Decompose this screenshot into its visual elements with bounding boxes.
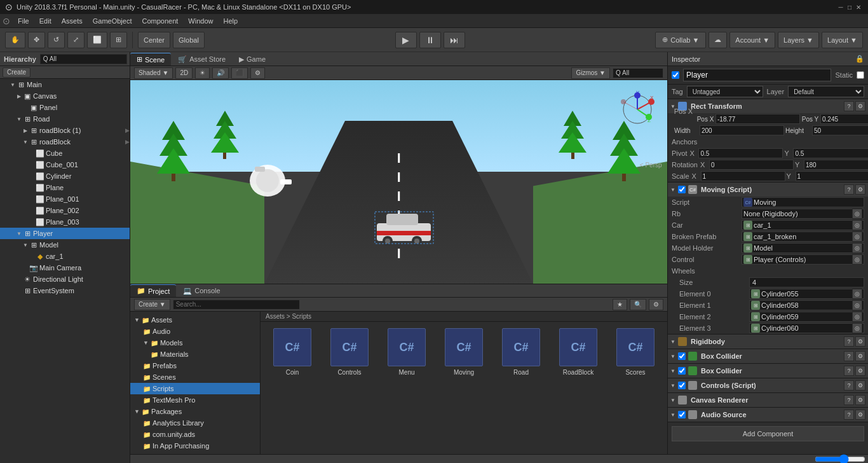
step-button[interactable]: ⏭ bbox=[444, 32, 465, 48]
collab-button[interactable]: ⊕ Collab ▼ bbox=[655, 32, 706, 48]
rb-circle-btn[interactable]: ◎ bbox=[852, 209, 862, 219]
tab-project[interactable]: 📁 Project bbox=[130, 284, 176, 297]
project-tree-models[interactable]: ▼ 📁 Models bbox=[130, 337, 260, 349]
scene-viewport[interactable]: < Persp X Y bbox=[130, 80, 667, 284]
scalex-input[interactable] bbox=[701, 171, 785, 181]
hierarchy-item-canvas[interactable]: ▶ ▣ Canvas bbox=[0, 90, 130, 102]
project-create-button[interactable]: Create ▼ bbox=[134, 299, 170, 310]
rect-settings-btn[interactable]: ⚙ bbox=[855, 101, 865, 111]
box-collider-1-header[interactable]: ▼ Box Collider ? ⚙ bbox=[668, 349, 868, 363]
minimize-button[interactable]: ─ bbox=[836, 3, 845, 11]
add-component-button[interactable]: Add Component bbox=[672, 426, 864, 441]
el3-circle-btn[interactable]: ◎ bbox=[852, 323, 862, 333]
bc2-settings-btn[interactable]: ⚙ bbox=[855, 366, 865, 376]
audio-source-header[interactable]: ▼ Audio Source ? ⚙ bbox=[668, 408, 868, 422]
project-tree-assets[interactable]: ▼ 📁 Assets bbox=[130, 314, 260, 326]
project-tree-analytics[interactable]: 📁 Analytics Library bbox=[130, 417, 260, 429]
audio-enabled-checkbox[interactable] bbox=[678, 411, 686, 418]
shaded-dropdown[interactable]: Shaded ▼ bbox=[134, 67, 173, 79]
hierarchy-item-panel[interactable]: ▣ Panel bbox=[0, 102, 130, 113]
moving-script-header[interactable]: ▼ C# Moving (Script) ? ⚙ bbox=[668, 183, 868, 197]
controls-script-header[interactable]: ▼ Controls (Script) ? ⚙ bbox=[668, 378, 868, 392]
roty-input[interactable] bbox=[804, 160, 868, 170]
rigidbody-header[interactable]: ▼ Rigidbody ? ⚙ bbox=[668, 335, 868, 349]
object-name-input[interactable] bbox=[683, 69, 831, 81]
asset-coin[interactable]: C# Coin bbox=[267, 328, 318, 376]
hierarchy-item-main[interactable]: ▼ ⊞ Main bbox=[0, 79, 130, 90]
hierarchy-item-cylinder[interactable]: ⬜ Cylinder bbox=[0, 170, 130, 182]
project-tree-packages[interactable]: ▼ 📁 Packages bbox=[130, 406, 260, 417]
audio-settings-btn[interactable]: ⚙ bbox=[855, 410, 865, 420]
audio-help-btn[interactable]: ? bbox=[844, 410, 854, 420]
tag-select[interactable]: Untagged bbox=[687, 86, 763, 97]
project-fav-btn[interactable]: ★ bbox=[613, 299, 627, 310]
menu-component[interactable]: Component bbox=[137, 16, 183, 26]
roadblock1-arrow[interactable]: ▶ bbox=[125, 127, 130, 134]
hierarchy-item-maincamera[interactable]: 📷 Main Camera bbox=[0, 262, 130, 273]
hierarchy-item-roadblock1[interactable]: ▶ ⊞ roadBlock (1) ▶ bbox=[0, 125, 130, 136]
asset-moving[interactable]: C# Moving bbox=[438, 328, 489, 376]
menu-gameobject[interactable]: GameObject bbox=[88, 16, 137, 26]
play-button[interactable]: ▶ bbox=[395, 32, 417, 48]
height-input[interactable] bbox=[812, 125, 868, 135]
hierarchy-item-dirlight[interactable]: ☀ Directional Light bbox=[0, 273, 130, 285]
pause-button[interactable]: ⏸ bbox=[419, 32, 441, 48]
project-search-btn[interactable]: 🔍 bbox=[630, 299, 646, 310]
moving-settings-btn[interactable]: ⚙ bbox=[855, 184, 865, 195]
rigidbody-settings-btn[interactable]: ⚙ bbox=[855, 336, 865, 347]
hierarchy-search[interactable] bbox=[40, 54, 127, 64]
rotate-tool-button[interactable]: ↺ bbox=[48, 32, 65, 48]
project-tree-materials[interactable]: 📁 Materials bbox=[130, 349, 260, 360]
hierarchy-item-player[interactable]: ▼ ⊞ Player bbox=[0, 228, 130, 239]
project-tree-textmeshpro[interactable]: 📁 TextMesh Pro bbox=[130, 394, 260, 406]
controls-help-btn[interactable]: ? bbox=[844, 380, 854, 390]
canvas-renderer-header[interactable]: ▼ Canvas Renderer ? ⚙ bbox=[668, 393, 868, 407]
scene-search[interactable] bbox=[613, 68, 663, 78]
asset-roadblock[interactable]: C# RoadBlock bbox=[553, 328, 604, 376]
inspector-lock-icon[interactable]: 🔒 bbox=[855, 55, 864, 63]
roadblock-arrow[interactable]: ▶ bbox=[125, 139, 130, 145]
hierarchy-item-road[interactable]: ▼ ⊞ Road bbox=[0, 113, 130, 125]
tab-asset-store[interactable]: 🛒 Asset Store bbox=[172, 53, 232, 66]
controls-enabled-checkbox[interactable] bbox=[678, 382, 686, 389]
asset-controls[interactable]: C# Controls bbox=[324, 328, 375, 376]
el2-circle-btn[interactable]: ◎ bbox=[852, 312, 862, 322]
el0-circle-btn[interactable]: ◎ bbox=[852, 289, 862, 299]
menu-file[interactable]: File bbox=[13, 16, 34, 26]
project-tree-scripts[interactable]: 📁 Scripts bbox=[130, 383, 260, 394]
model-circle-btn[interactable]: ◎ bbox=[852, 243, 862, 253]
object-enabled-checkbox[interactable] bbox=[672, 71, 679, 79]
rigidbody-help-btn[interactable]: ? bbox=[844, 336, 854, 347]
effects-button[interactable]: ⬛ bbox=[231, 67, 248, 79]
audio-button[interactable]: 🔊 bbox=[212, 67, 229, 79]
multi-tool-button[interactable]: ⊞ bbox=[110, 32, 127, 48]
gizmos-dropdown[interactable]: Gizmos ▼ bbox=[571, 67, 610, 79]
canvas-settings-btn[interactable]: ⚙ bbox=[855, 395, 865, 405]
hierarchy-item-plane003[interactable]: ⬜ Plane_003 bbox=[0, 216, 130, 228]
el1-circle-btn[interactable]: ◎ bbox=[852, 300, 862, 310]
bc1-help-btn[interactable]: ? bbox=[844, 351, 854, 361]
menu-help[interactable]: Help bbox=[218, 16, 243, 26]
bc2-enabled-checkbox[interactable] bbox=[678, 367, 686, 375]
hierarchy-item-plane001[interactable]: ⬜ Plane_001 bbox=[0, 193, 130, 205]
posy-input[interactable] bbox=[820, 114, 868, 124]
hierarchy-item-cube[interactable]: ⬜ Cube bbox=[0, 148, 130, 159]
hierarchy-item-model[interactable]: ▼ ⊞ Model bbox=[0, 239, 130, 251]
account-dropdown[interactable]: Account ▼ bbox=[729, 32, 775, 48]
center-button[interactable]: Center bbox=[138, 32, 170, 48]
hierarchy-create-button[interactable]: Create bbox=[3, 67, 31, 78]
hierarchy-item-car1[interactable]: ◆ car_1 bbox=[0, 251, 130, 262]
canvas-help-btn[interactable]: ? bbox=[844, 395, 854, 405]
width-input[interactable] bbox=[700, 125, 784, 135]
layout-dropdown[interactable]: Layout ▼ bbox=[822, 32, 863, 48]
cloud-button[interactable]: ☁ bbox=[709, 32, 727, 48]
broken-circle-btn[interactable]: ◎ bbox=[852, 232, 862, 242]
car-circle-btn[interactable]: ◎ bbox=[852, 220, 862, 230]
controls-settings-btn[interactable]: ⚙ bbox=[855, 380, 865, 390]
project-tree-scenes[interactable]: 📁 Scenes bbox=[130, 371, 260, 383]
scale-tool-button[interactable]: ⤢ bbox=[67, 32, 85, 48]
menu-edit[interactable]: Edit bbox=[34, 16, 57, 26]
rect-help-btn[interactable]: ? bbox=[844, 101, 854, 111]
lighting-button[interactable]: ☀ bbox=[195, 67, 210, 79]
bc1-enabled-checkbox[interactable] bbox=[678, 352, 686, 360]
